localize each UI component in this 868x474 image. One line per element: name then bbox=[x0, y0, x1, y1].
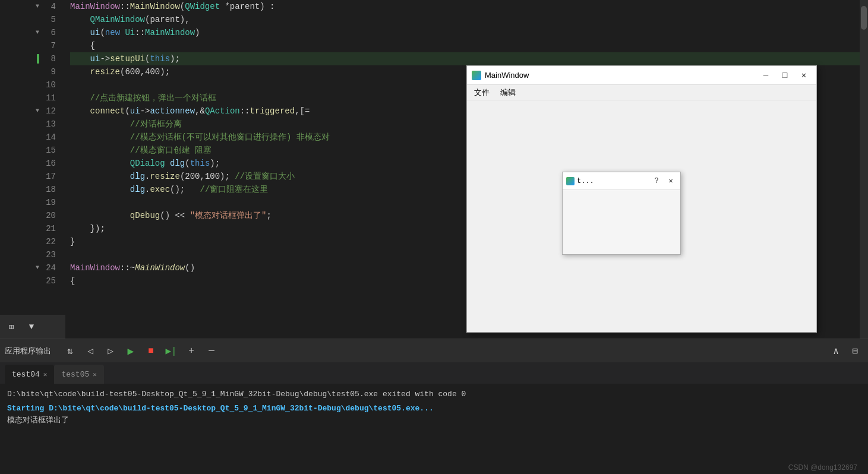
line-number-row: 25 bbox=[5, 274, 61, 287]
line-number-row: ▼12 bbox=[5, 105, 61, 118]
editor-scrollbar[interactable] bbox=[860, 0, 868, 339]
output-toolbar: 应用程序输出 ⇅ ◁ ▷ ▶ ■ ▶| + ─ ∧ ⊟ bbox=[0, 339, 868, 362]
output-line-2: Starting D:\bite\qt\code\build-test05-De… bbox=[7, 403, 861, 415]
line-number-row: 15 bbox=[5, 144, 61, 157]
dialog-app-icon bbox=[566, 177, 575, 185]
tab-test05[interactable]: test05 ✕ bbox=[54, 365, 103, 384]
tab-test04-close[interactable]: ✕ bbox=[43, 371, 48, 378]
line-number-row: 14 bbox=[5, 131, 61, 144]
csdn-watermark: CSDN @dong132697 bbox=[788, 463, 857, 472]
code-line: { bbox=[70, 39, 868, 52]
line-number-row: 10 bbox=[5, 78, 61, 91]
line-number-row: 13 bbox=[5, 118, 61, 131]
line-number-row: ▼4 bbox=[5, 0, 61, 13]
dialog-title: t... bbox=[577, 177, 648, 185]
win-app-icon bbox=[472, 71, 481, 80]
line-number-row: 9 bbox=[5, 65, 61, 78]
win-minimize-btn[interactable]: ─ bbox=[758, 69, 774, 81]
code-line: QMainWindow(parent), bbox=[70, 13, 868, 26]
code-line: MainWindow::MainWindow(QWidget *parent) … bbox=[70, 0, 868, 13]
toolbar-btn-stop[interactable]: ■ bbox=[143, 343, 159, 359]
main-window-popup: MainWindow ─ □ ✕ 文件 编辑 t... ? ✕ bbox=[466, 65, 817, 333]
line-number-row: 18 bbox=[5, 183, 61, 196]
toolbar-btn-run[interactable]: ▶ bbox=[122, 343, 139, 359]
left-sidebar: ⊞ ▼ bbox=[0, 315, 65, 339]
dialog-titlebar: t... ? ✕ bbox=[563, 172, 680, 190]
win-menubar: 文件 编辑 bbox=[467, 85, 816, 100]
toolbar-btn-transfer[interactable]: ⇅ bbox=[62, 343, 78, 359]
toolbar-btn-prev[interactable]: ◁ bbox=[82, 343, 99, 359]
toolbar-btn-next[interactable]: ▷ bbox=[102, 343, 119, 359]
win-body: t... ? ✕ bbox=[467, 100, 816, 332]
output-label: 应用程序输出 bbox=[5, 346, 51, 356]
bottom-panel: 应用程序输出 ⇅ ◁ ▷ ▶ ■ ▶| + ─ ∧ ⊟ test04 ✕ tes… bbox=[0, 339, 868, 474]
toolbar-right: ∧ ⊟ bbox=[828, 343, 863, 359]
toolbar-btn-add[interactable]: + bbox=[183, 343, 200, 359]
win-titlebar: MainWindow ─ □ ✕ bbox=[467, 66, 816, 85]
code-line: ui->setupUi(this); bbox=[70, 52, 868, 65]
menu-item-file[interactable]: 文件 bbox=[469, 86, 494, 99]
dialog-body bbox=[563, 190, 680, 254]
output-line-1: D:\bite\qt\code\build-test05-Desktop_Qt_… bbox=[7, 388, 861, 400]
dialog-close-btn[interactable]: ✕ bbox=[665, 176, 677, 187]
tab-test05-label: test05 bbox=[61, 370, 89, 379]
win-maximize-btn[interactable]: □ bbox=[777, 69, 793, 81]
toolbar-btn-remove[interactable]: ─ bbox=[203, 343, 220, 359]
line-number-row: 7 bbox=[5, 39, 61, 52]
output-line-3: 模态对话框弹出了 bbox=[7, 415, 861, 426]
win-title: MainWindow bbox=[485, 71, 755, 80]
scroll-thumb[interactable] bbox=[861, 6, 867, 30]
line-number-row: 16 bbox=[5, 157, 61, 170]
line-number-row: 8 bbox=[5, 52, 61, 65]
line-number-row: ▼24 bbox=[5, 261, 61, 274]
output-tabs-bar: test04 ✕ test05 ✕ bbox=[0, 362, 868, 384]
line-number-row: 21 bbox=[5, 222, 61, 235]
toolbar-btn-dock[interactable]: ⊟ bbox=[847, 343, 863, 359]
line-number-row: 23 bbox=[5, 248, 61, 261]
line-number-row: 19 bbox=[5, 196, 61, 209]
output-area: D:\bite\qt\code\build-test05-Desktop_Qt_… bbox=[0, 384, 868, 474]
tab-test05-close[interactable]: ✕ bbox=[93, 371, 97, 378]
line-number-row: 5 bbox=[5, 13, 61, 26]
line-number-row: 20 bbox=[5, 209, 61, 222]
sidebar-btn-grid[interactable]: ⊞ bbox=[2, 318, 20, 335]
line-number-row: 11 bbox=[5, 91, 61, 105]
line-number-row: 22 bbox=[5, 235, 61, 248]
sidebar-btn-dropdown[interactable]: ▼ bbox=[23, 318, 40, 335]
tab-test04-label: test04 bbox=[12, 370, 40, 379]
dialog-popup: t... ? ✕ bbox=[562, 172, 681, 255]
line-number-row: ▼6 bbox=[5, 26, 61, 39]
menu-item-edit[interactable]: 编辑 bbox=[495, 86, 520, 99]
line-numbers: ▼45▼67891011▼121314151617181920212223▼24… bbox=[0, 0, 65, 339]
line-number-row: 17 bbox=[5, 170, 61, 183]
code-line: ui(new Ui::MainWindow) bbox=[70, 26, 868, 39]
tab-test04[interactable]: test04 ✕ bbox=[5, 365, 54, 384]
win-close-btn[interactable]: ✕ bbox=[796, 69, 812, 81]
toolbar-btn-run-config[interactable]: ▶| bbox=[163, 343, 179, 359]
dialog-help-btn[interactable]: ? bbox=[651, 176, 662, 187]
toolbar-btn-collapse[interactable]: ∧ bbox=[828, 343, 844, 359]
